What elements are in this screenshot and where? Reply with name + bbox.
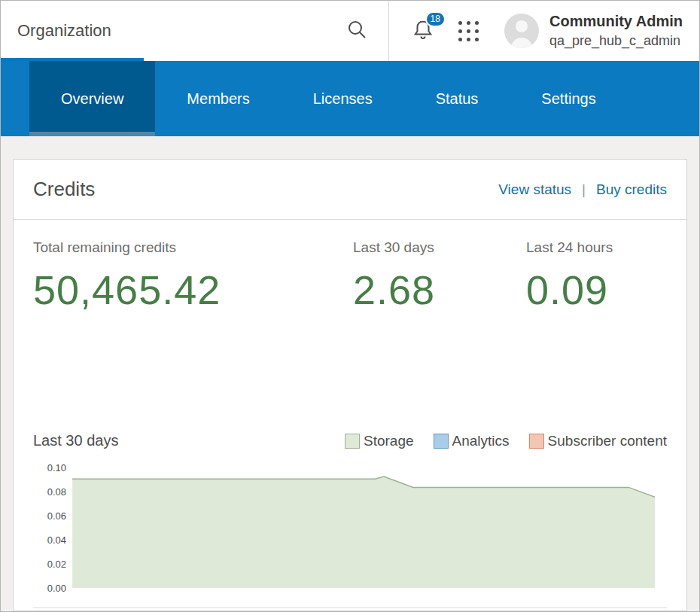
stat-last-30-days: Last 30 days 2.68 [353,239,526,313]
chart-bottom-divider [33,607,667,608]
user-username: qa_pre_hub_c_admin [549,33,683,49]
page-title: Organization [17,21,111,41]
avatar-head-icon [516,20,528,32]
chart-y-axis: 0.10 0.08 0.06 0.04 0.02 0.00 [33,467,72,588]
app-launcher-button[interactable] [458,21,479,41]
search-button[interactable] [346,19,367,43]
legend-label: Storage [364,433,414,449]
stat-last-24-hours: Last 24 hours 0.09 [526,239,613,313]
tab-licenses[interactable]: Licenses [282,61,404,136]
tab-status[interactable]: Status [404,61,510,136]
tab-overview[interactable]: Overview [29,61,155,136]
grid-dot-icon [458,29,462,33]
tab-settings[interactable]: Settings [510,61,627,136]
grid-dot-icon [475,38,479,41]
credits-area-chart: 0.10 0.08 0.06 0.04 0.02 0.00 [33,467,667,588]
buy-credits-link[interactable]: Buy credits [596,181,667,198]
grid-dot-icon [475,21,479,25]
credits-title: Credits [33,178,95,201]
stat-value: 2.68 [353,266,526,313]
credits-area-chart-svg [72,467,655,588]
chart-header: Last 30 days Storage Analytics Subscr [33,432,667,449]
stat-total-remaining: Total remaining credits 50,465.42 [33,239,353,313]
avatar-torso-icon [511,38,532,48]
stat-label: Last 30 days [353,239,526,256]
subscriber-swatch-icon [529,434,544,449]
search-icon [346,19,367,43]
y-tick: 0.08 [47,486,66,498]
link-separator: | [582,181,586,198]
y-tick: 0.02 [47,559,66,570]
y-tick: 0.04 [47,534,66,546]
header-divider [388,1,389,61]
analytics-swatch-icon [434,434,449,449]
usage-chart-section: Last 30 days Storage Analytics Subscr [14,432,686,608]
credit-stats-row: Total remaining credits 50,465.42 Last 3… [14,220,686,313]
credits-card-header: Credits View status | Buy credits [14,160,686,219]
avatar [504,14,539,48]
grid-dot-icon [467,29,470,33]
user-menu[interactable]: Community Admin qa_pre_hub_c_admin [504,13,683,49]
y-tick: 0.06 [47,510,66,522]
legend-item-subscriber: Subscriber content [529,433,667,449]
user-display-name: Community Admin [549,13,683,30]
chart-plot-area [72,467,655,588]
top-header: Organization 18 [1,1,699,61]
grid-dot-icon [475,29,479,33]
legend-label: Analytics [452,433,510,449]
legend-item-storage: Storage [345,433,414,449]
grid-dot-icon [458,21,462,25]
credits-card: Credits View status | Buy credits Total … [13,159,687,611]
tab-members[interactable]: Members [155,61,281,136]
credits-links: View status | Buy credits [498,181,667,198]
notification-badge: 18 [425,11,446,27]
stat-value: 50,465.42 [33,266,353,313]
legend-item-analytics: Analytics [434,433,510,449]
grid-dot-icon [458,38,462,41]
storage-swatch-icon [345,434,360,449]
grid-dot-icon [467,21,470,25]
grid-dot-icon [467,38,470,41]
main-content: Credits View status | Buy credits Total … [1,136,699,611]
legend-label: Subscriber content [548,433,667,449]
page: Organization 18 [0,0,700,612]
notifications-button[interactable]: 18 [412,18,434,44]
chart-legend: Storage Analytics Subscriber content [325,433,667,449]
y-tick: 0.10 [47,462,66,473]
user-info: Community Admin qa_pre_hub_c_admin [549,13,683,49]
stat-label: Last 24 hours [526,239,613,256]
stat-label: Total remaining credits [33,239,353,256]
chart-title: Last 30 days [33,432,118,449]
org-nav: Overview Members Licenses Status Setting… [1,61,699,136]
view-status-link[interactable]: View status [498,181,571,198]
stat-value: 0.09 [526,266,613,313]
y-tick: 0.00 [47,583,66,594]
